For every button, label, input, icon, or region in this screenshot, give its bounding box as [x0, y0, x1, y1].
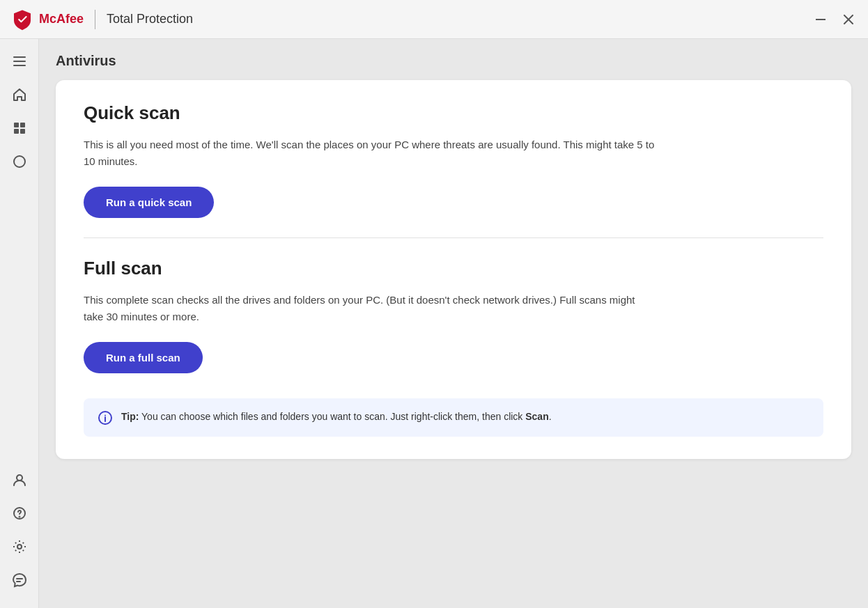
- settings-icon[interactable]: [6, 533, 33, 561]
- tip-scan-bold: Scan: [525, 411, 548, 422]
- svg-point-14: [17, 545, 22, 549]
- full-scan-description: This complete scan checks all the drives…: [84, 292, 655, 325]
- quick-scan-heading: Quick scan: [84, 102, 823, 124]
- feedback-icon[interactable]: [6, 566, 33, 594]
- info-icon: [98, 410, 113, 426]
- sidebar: [0, 39, 39, 608]
- svg-point-10: [14, 156, 25, 167]
- mcafee-logo: McAfee: [11, 8, 84, 31]
- content-area: Antivirus Quick scan This is all you nee…: [39, 39, 868, 608]
- svg-rect-8: [14, 129, 19, 134]
- run-full-scan-button[interactable]: Run a full scan: [84, 342, 203, 373]
- tip-bold: Tip:: [121, 411, 139, 422]
- title-bar-left: McAfee Total Protection: [11, 8, 193, 31]
- tip-body: You can choose which files and folders y…: [139, 411, 525, 422]
- menu-icon[interactable]: [6, 47, 33, 75]
- scan-divider: [84, 237, 823, 238]
- svg-point-16: [104, 415, 106, 416]
- window-controls: [812, 11, 857, 28]
- mcafee-shield-icon: [11, 8, 33, 31]
- sidebar-bottom: [6, 466, 33, 600]
- svg-point-11: [17, 475, 22, 481]
- title-bar: McAfee Total Protection: [0, 0, 868, 39]
- product-name: Total Protection: [107, 12, 193, 26]
- circle-icon[interactable]: [6, 148, 33, 176]
- account-icon[interactable]: [6, 466, 33, 494]
- svg-rect-0: [816, 19, 826, 20]
- scan-card: Quick scan This is all you need most of …: [56, 80, 851, 459]
- svg-rect-9: [20, 129, 25, 134]
- tip-period: .: [549, 411, 552, 422]
- minimize-button[interactable]: [812, 11, 829, 28]
- full-scan-section: Full scan This complete scan checks all …: [84, 258, 823, 393]
- apps-icon[interactable]: [6, 114, 33, 142]
- brand-name: McAfee: [39, 12, 84, 26]
- page-header: Antivirus: [39, 39, 868, 80]
- quick-scan-description: This is all you need most of the time. W…: [84, 137, 655, 170]
- page-title: Antivirus: [56, 53, 851, 69]
- svg-point-13: [19, 517, 20, 517]
- tip-text: Tip: You can choose which files and fold…: [121, 410, 552, 425]
- home-icon[interactable]: [6, 81, 33, 109]
- full-scan-heading: Full scan: [84, 258, 823, 279]
- svg-rect-6: [14, 123, 19, 127]
- close-button[interactable]: [840, 11, 857, 28]
- help-icon[interactable]: [6, 499, 33, 527]
- run-quick-scan-button[interactable]: Run a quick scan: [84, 187, 214, 218]
- app-body: Antivirus Quick scan This is all you nee…: [0, 39, 868, 608]
- tip-box: Tip: You can choose which files and fold…: [84, 398, 823, 437]
- svg-rect-7: [20, 123, 25, 127]
- title-divider: [95, 10, 95, 29]
- quick-scan-section: Quick scan This is all you need most of …: [84, 102, 823, 237]
